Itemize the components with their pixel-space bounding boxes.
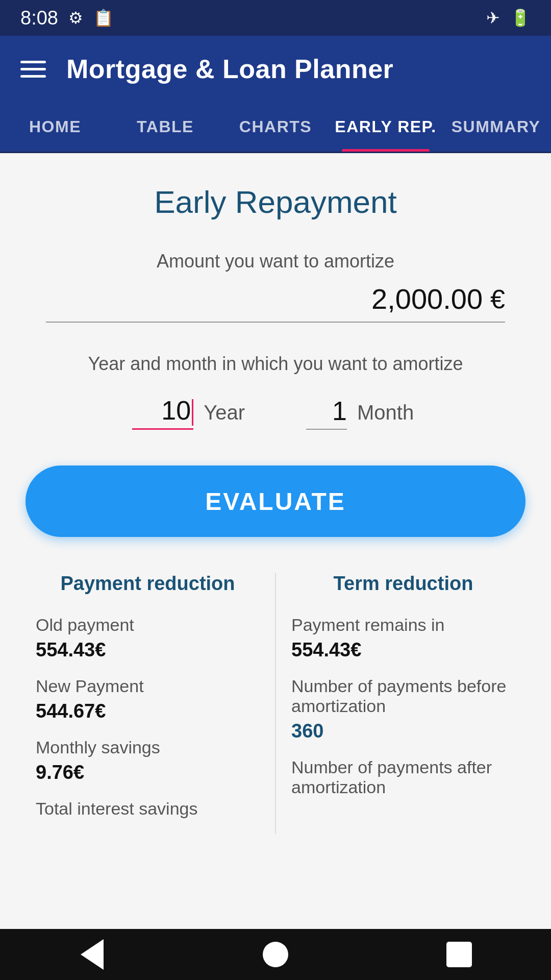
app-title: Mortgage & Loan Planner: [66, 54, 393, 84]
amount-label: Amount you want to amortize: [26, 251, 525, 272]
status-time: 8:08: [20, 7, 58, 29]
month-field-value: 1: [306, 396, 347, 430]
tab-summary[interactable]: SUMMARY: [441, 102, 551, 152]
payment-reduction-col: Payment reduction Old payment 554.43€ Ne…: [26, 573, 270, 834]
monthly-savings-item: Monthly savings 9.76€: [36, 738, 260, 783]
evaluate-button[interactable]: EVALUATE: [26, 465, 525, 537]
year-input-group[interactable]: 10 Year: [26, 395, 276, 430]
total-interest-item: Total interest savings: [36, 799, 260, 819]
text-cursor: [192, 399, 193, 426]
num-payments-before-label: Number of payments before amortization: [291, 676, 515, 716]
nav-home-button[interactable]: [255, 934, 296, 975]
column-divider: [275, 573, 276, 834]
year-month-label: Year and month in which you want to amor…: [26, 353, 525, 375]
home-icon: [263, 942, 288, 967]
payment-remains-label: Payment remains in: [291, 615, 515, 635]
year-label: Year: [204, 401, 245, 424]
monthly-savings-value: 9.76€: [36, 762, 260, 783]
old-payment-item: Old payment 554.43€: [36, 615, 260, 661]
airplane-icon: ✈: [486, 8, 500, 28]
new-payment-item: New Payment 544.67€: [36, 676, 260, 722]
nav-recents-button[interactable]: [439, 934, 480, 975]
total-interest-label: Total interest savings: [36, 799, 260, 819]
results-grid: Payment reduction Old payment 554.43€ Ne…: [26, 573, 525, 834]
nav-back-button[interactable]: [71, 934, 112, 975]
nav-tabs: HOME TABLE CHARTS EARLY REP. SUMMARY: [0, 102, 551, 153]
recents-icon: [446, 942, 472, 967]
main-content: Early Repayment Amount you want to amort…: [0, 153, 551, 929]
amount-input-group[interactable]: 2,000.00 €: [46, 282, 505, 323]
month-input-group[interactable]: 1 Month: [276, 396, 525, 430]
menu-button[interactable]: [20, 61, 46, 78]
month-label: Month: [357, 401, 414, 424]
num-payments-before-value: 360: [291, 720, 515, 742]
settings-icon: ⚙: [68, 8, 83, 28]
payment-remains-item: Payment remains in 554.43€: [291, 615, 515, 661]
tab-charts[interactable]: CHARTS: [220, 102, 331, 152]
amount-value: 2,000.00: [371, 282, 483, 315]
status-bar: 8:08 ⚙ 📋 ✈ 🔋: [0, 0, 551, 36]
tab-table[interactable]: TABLE: [110, 102, 220, 152]
new-payment-value: 544.67€: [36, 700, 260, 722]
back-icon: [81, 939, 104, 970]
term-reduction-title: Term reduction: [291, 573, 515, 595]
app-header: Mortgage & Loan Planner: [0, 36, 551, 102]
year-month-row: 10 Year 1 Month: [26, 395, 525, 430]
payment-reduction-title: Payment reduction: [36, 573, 260, 595]
payment-remains-value: 554.43€: [291, 639, 515, 661]
currency-symbol: €: [490, 284, 505, 314]
page-title: Early Repayment: [26, 184, 525, 220]
monthly-savings-label: Monthly savings: [36, 738, 260, 757]
status-right: ✈ 🔋: [486, 8, 531, 28]
status-left: 8:08 ⚙ 📋: [20, 7, 114, 29]
old-payment-value: 554.43€: [36, 639, 260, 661]
num-payments-before-item: Number of payments before amortization 3…: [291, 676, 515, 742]
clipboard-icon: 📋: [93, 8, 114, 28]
old-payment-label: Old payment: [36, 615, 260, 635]
num-payments-after-item: Number of payments after amortization: [291, 757, 515, 797]
year-field-value: 10: [132, 395, 193, 430]
battery-icon: 🔋: [510, 8, 531, 28]
term-reduction-col: Term reduction Payment remains in 554.43…: [281, 573, 525, 834]
tab-home[interactable]: HOME: [0, 102, 110, 152]
num-payments-after-label: Number of payments after amortization: [291, 757, 515, 797]
new-payment-label: New Payment: [36, 676, 260, 696]
bottom-nav: [0, 929, 551, 980]
tab-early-rep[interactable]: EARLY REP.: [331, 102, 441, 152]
